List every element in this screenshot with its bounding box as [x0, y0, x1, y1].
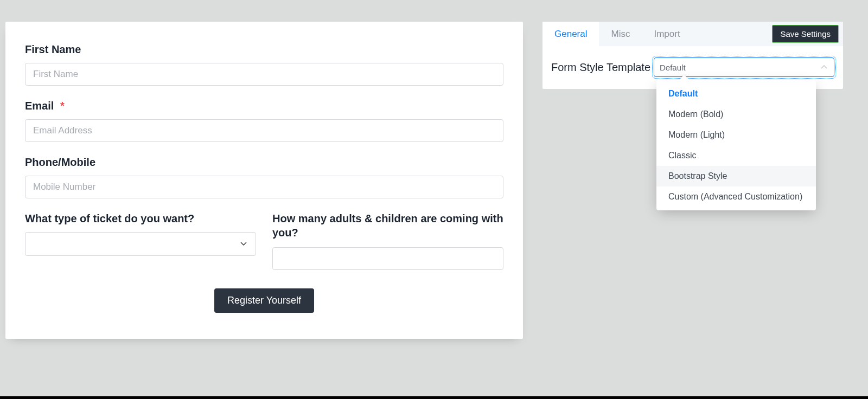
tab-misc[interactable]: Misc: [599, 22, 642, 46]
template-option-classic[interactable]: Classic: [656, 145, 816, 166]
template-option-modern-light[interactable]: Modern (Light): [656, 125, 816, 145]
bottom-edge: [0, 396, 868, 399]
phone-input[interactable]: [25, 176, 503, 198]
attendees-label: How many adults & children are coming wi…: [272, 211, 503, 240]
settings-tabs: General Misc Import Save Settings: [542, 22, 843, 47]
email-group: Email *: [25, 99, 503, 142]
template-options-dropdown: Default Modern (Bold) Modern (Light) Cla…: [656, 80, 816, 210]
tab-import[interactable]: Import: [642, 22, 692, 46]
first-name-label: First Name: [25, 42, 503, 56]
submit-button[interactable]: Register Yourself: [214, 288, 314, 313]
first-name-input[interactable]: [25, 63, 503, 86]
required-star: *: [60, 100, 65, 112]
ticket-type-label: What type of ticket do you want?: [25, 211, 256, 226]
template-option-modern-bold[interactable]: Modern (Bold): [656, 104, 816, 125]
template-select[interactable]: Default: [654, 57, 834, 77]
ticket-type-select[interactable]: [25, 232, 256, 256]
ticket-type-group: What type of ticket do you want?: [25, 211, 256, 256]
submit-row: Register Yourself: [25, 288, 503, 313]
save-settings-button[interactable]: Save Settings: [772, 25, 839, 43]
tab-spacer: [692, 22, 773, 46]
attendees-group: How many adults & children are coming wi…: [272, 211, 503, 270]
tab-general[interactable]: General: [542, 22, 599, 46]
chevron-up-icon: [821, 65, 827, 69]
phone-group: Phone/Mobile: [25, 155, 503, 198]
template-option-bootstrap[interactable]: Bootstrap Style: [656, 166, 816, 186]
phone-label: Phone/Mobile: [25, 155, 503, 169]
template-option-default[interactable]: Default: [656, 83, 816, 104]
two-column-row: What type of ticket do you want? How man…: [25, 211, 503, 270]
first-name-group: First Name: [25, 42, 503, 86]
caret-down-icon: [240, 242, 247, 246]
template-option-custom[interactable]: Custom (Advanced Customization): [656, 186, 816, 207]
template-label: Form Style Template: [551, 61, 650, 74]
template-setting-row: Form Style Template Default: [551, 57, 834, 77]
email-input[interactable]: [25, 119, 503, 142]
email-label: Email *: [25, 99, 503, 113]
settings-panel: General Misc Import Save Settings Form S…: [542, 22, 843, 89]
template-selected-text: Default: [660, 63, 686, 72]
attendees-input[interactable]: [272, 247, 503, 270]
form-preview-panel: First Name Email * Phone/Mobile What typ…: [5, 22, 523, 339]
email-label-text: Email: [25, 100, 54, 112]
